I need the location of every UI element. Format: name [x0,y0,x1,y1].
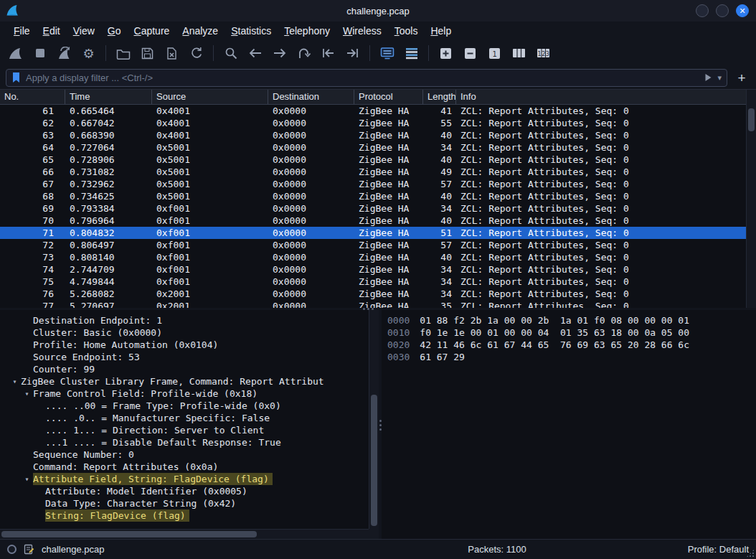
column-header-time[interactable]: Time [65,90,152,104]
go-forward-icon[interactable] [268,43,290,63]
packet-row-73[interactable]: 730.8081400xf0010x0000ZigBee HA40ZCL: Re… [0,251,746,263]
hex-row[interactable]: 0010f0 1e 1e 00 01 00 00 04 01 35 63 18 … [387,327,756,339]
go-back-icon[interactable] [244,43,266,63]
detail-line[interactable]: Source Endpoint: 53 [0,351,369,363]
expander-icon[interactable]: ▾ [9,375,21,387]
detail-line[interactable]: Data Type: Character String (0x42) [0,497,369,509]
column-header-info[interactable]: Info [456,90,746,104]
filter-bookmark-icon[interactable] [11,72,21,83]
packet-row-64[interactable]: 640.7270640x50010x0000ZigBee HA34ZCL: Re… [0,141,746,154]
packet-row-66[interactable]: 660.7310820x50010x0000ZigBee HA49ZCL: Re… [0,166,746,178]
menu-wireless[interactable]: Wireless [336,23,388,39]
reload-file-icon[interactable] [185,43,207,63]
menu-tools[interactable]: Tools [388,23,425,39]
detail-line[interactable]: Cluster: Basic (0x0000) [0,327,369,339]
expert-info-icon[interactable] [7,545,16,554]
menu-view[interactable]: View [67,23,101,39]
detail-line[interactable]: ▾ZigBee Cluster Library Frame, Command: … [0,375,369,387]
minimize-button[interactable] [696,4,709,17]
detail-line[interactable]: Destination Endpoint: 1 [0,314,369,327]
detail-line[interactable]: Profile: Home Automation (0x0104) [0,339,369,351]
packet-row-77[interactable]: 775.2706970x20010x0000ZigBee HA35ZCL: Re… [0,300,746,308]
packet-row-68[interactable]: 680.7346250x50010x0000ZigBee HA40ZCL: Re… [0,190,746,202]
menu-file[interactable]: File [7,23,37,39]
status-profile[interactable]: Profile: Default [688,544,749,555]
open-file-icon[interactable] [112,43,134,63]
details-scrollbar[interactable] [369,310,379,529]
detail-line[interactable]: ...1 .... = Disable Default Response: Tr… [0,436,369,448]
save-file-icon[interactable] [136,43,159,63]
hex-row[interactable]: 002042 11 46 6c 61 67 44 65 76 69 63 65 … [387,339,756,351]
go-to-packet-icon[interactable] [293,43,315,63]
resize-columns-icon[interactable] [508,43,530,63]
capture-options-icon[interactable]: ⚙ [77,43,100,63]
maximize-button[interactable] [716,4,729,17]
packet-row-69[interactable]: 690.7933840xf0010x0000ZigBee HA34ZCL: Re… [0,202,746,215]
display-filter-input[interactable] [26,72,699,83]
scrollbar-thumb[interactable] [371,395,377,526]
packet-row-75[interactable]: 754.7498440xf0010x0000ZigBee HA34ZCL: Re… [0,276,746,288]
detail-line[interactable]: .... 1... = Direction: Server to Client [0,424,369,436]
detail-line[interactable]: ▾Attribute Field, String: FlagDevice (fl… [0,473,369,485]
menu-help[interactable]: Help [424,23,458,39]
scrollbar-thumb[interactable] [748,108,755,131]
hex-row[interactable]: 003061 67 29 [387,351,756,363]
last-packet-icon[interactable] [341,43,364,63]
display-filter-field[interactable]: ▾ [6,69,727,87]
column-header-source[interactable]: Source [152,90,268,104]
start-capture-icon[interactable] [4,43,27,63]
packet-row-74[interactable]: 742.7447090xf0010x0000ZigBee HA34ZCL: Re… [0,263,746,276]
cell-protocol: ZigBee HA [354,251,423,263]
packet-row-67[interactable]: 670.7329620x50010x0000ZigBee HA57ZCL: Re… [0,178,746,190]
detail-line[interactable]: .... .0.. = Manufacturer Specific: False [0,412,369,424]
packet-row-61[interactable]: 610.6654640x40010x0000ZigBee HA41ZCL: Re… [0,105,746,117]
detail-line[interactable]: Attribute: Model Identifier (0x0005) [0,485,369,497]
close-file-icon[interactable] [161,43,183,63]
auto-scroll-icon[interactable] [376,43,398,63]
stop-capture-icon[interactable] [29,43,51,63]
packet-row-70[interactable]: 700.7969640xf0010x0000ZigBee HA40ZCL: Re… [0,215,746,227]
zoom-out-icon[interactable] [459,43,481,63]
column-header-length[interactable]: Length [423,90,456,104]
capture-comment-icon[interactable] [24,544,34,555]
detail-line[interactable]: ▾Frame Control Field: Profile-wide (0x18… [0,387,369,400]
details-horizontal-scrollbar[interactable] [0,529,369,539]
menu-capture[interactable]: Capture [128,23,176,39]
detail-line[interactable]: Sequence Number: 0 [0,448,369,461]
expander-icon[interactable]: ▾ [21,387,33,400]
column-header-protocol[interactable]: Protocol [354,90,423,104]
packet-row-63[interactable]: 630.6683900x40010x0000ZigBee HA40ZCL: Re… [0,129,746,141]
detail-line[interactable]: .... ..00 = Frame Type: Profile-wide (0x… [0,400,369,412]
scrollbar-thumb[interactable] [1,531,257,537]
packet-row-71[interactable]: 710.8048320xf0010x0000ZigBee HA51ZCL: Re… [0,227,746,239]
filter-history-caret-icon[interactable]: ▾ [717,73,722,83]
title-bar[interactable]: challenge.pcap ✕ [0,0,756,22]
column-header-destination[interactable]: Destination [268,90,354,104]
restart-capture-icon[interactable] [53,43,75,63]
detail-line[interactable]: Command: Report Attributes (0x0a) [0,461,369,473]
column-header-no[interactable]: No. [0,90,65,104]
first-packet-icon[interactable] [317,43,339,63]
detail-line[interactable]: String: FlagDevice (flag) [0,509,369,522]
close-button[interactable]: ✕ [736,4,749,17]
detail-line[interactable]: Counter: 99 [0,363,369,375]
add-filter-button[interactable]: + [733,71,750,85]
menu-statistics[interactable]: Statistics [225,23,278,39]
menu-edit[interactable]: Edit [37,23,67,39]
packet-row-65[interactable]: 650.7289060x50010x0000ZigBee HA40ZCL: Re… [0,154,746,166]
packet-list-scrollbar[interactable] [746,90,756,308]
hex-row[interactable]: 000001 88 f2 2b 1a 00 00 2b 1a 01 f0 08 … [387,314,756,327]
column-layout-icon[interactable]: 123 [532,43,554,63]
packet-row-62[interactable]: 620.6670420x40010x0000ZigBee HA55ZCL: Re… [0,117,746,129]
find-packet-icon[interactable] [219,43,242,63]
menu-go[interactable]: Go [101,23,128,39]
packet-row-72[interactable]: 720.8064970xf0010x0000ZigBee HA57ZCL: Re… [0,239,746,251]
zoom-in-icon[interactable] [435,43,457,63]
menu-analyze[interactable]: Analyze [176,23,225,39]
filter-apply-icon[interactable] [704,73,712,82]
menu-telephony[interactable]: Telephony [278,23,336,39]
packet-row-76[interactable]: 765.2680820x20010x0000ZigBee HA34ZCL: Re… [0,288,746,300]
zoom-100-icon[interactable]: 1 [483,43,506,63]
expander-icon[interactable]: ▾ [21,473,33,485]
colorize-icon[interactable] [400,43,422,63]
